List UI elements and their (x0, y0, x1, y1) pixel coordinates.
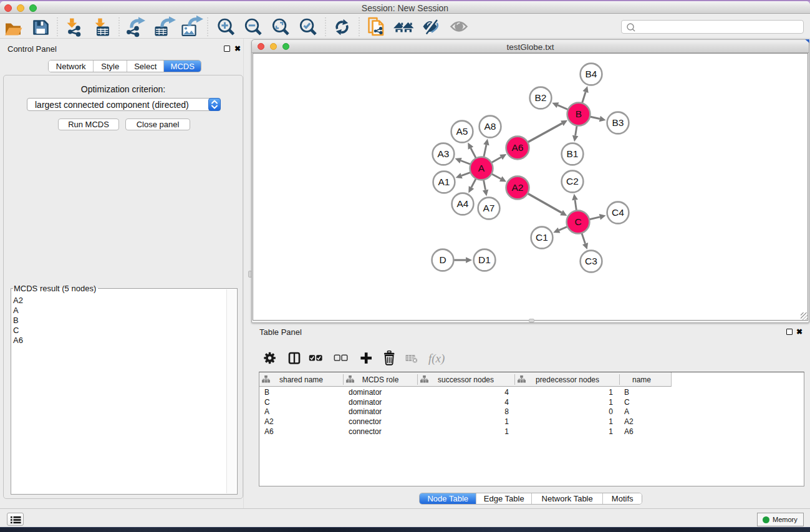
svg-text:A: A (478, 163, 485, 173)
svg-text:B1: B1 (567, 148, 579, 159)
svg-text:A2: A2 (512, 182, 524, 193)
svg-text:C2: C2 (566, 176, 579, 186)
svg-text:A1: A1 (438, 177, 450, 187)
svg-text:C: C (574, 216, 581, 227)
svg-text:B2: B2 (535, 92, 547, 103)
svg-text:A7: A7 (483, 203, 495, 213)
svg-text:A6: A6 (512, 142, 524, 153)
svg-text:A5: A5 (456, 126, 468, 137)
svg-text:C4: C4 (612, 207, 624, 218)
svg-text:A3: A3 (438, 148, 450, 159)
svg-text:B3: B3 (612, 117, 624, 128)
svg-text:B4: B4 (586, 69, 597, 79)
svg-text:C3: C3 (585, 256, 597, 266)
svg-text:D1: D1 (478, 254, 491, 265)
svg-text:A4: A4 (457, 198, 469, 209)
svg-text:B: B (576, 109, 582, 119)
svg-text:C1: C1 (536, 232, 548, 243)
svg-text:f(x): f(x) (428, 352, 445, 365)
svg-text:D: D (439, 254, 446, 265)
svg-text:A8: A8 (485, 121, 496, 132)
